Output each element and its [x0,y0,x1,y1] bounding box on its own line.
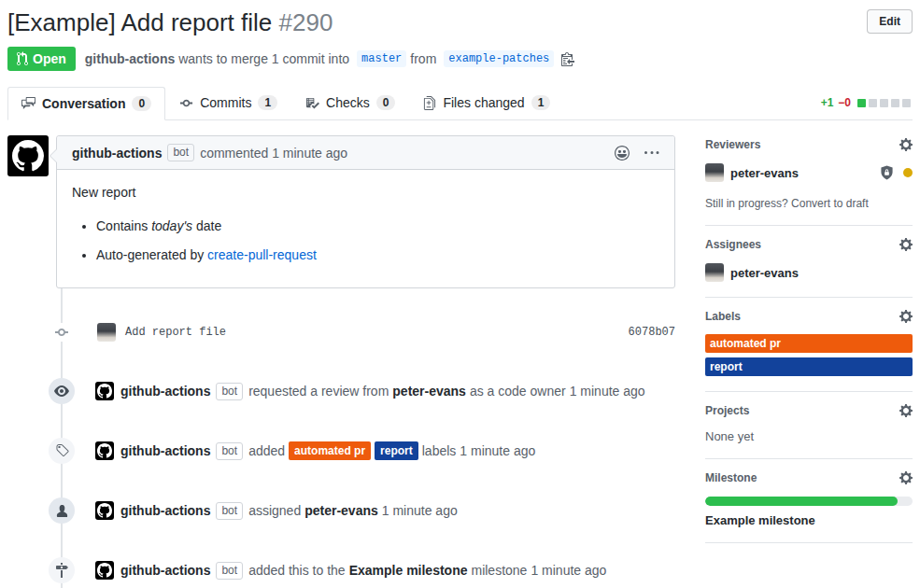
event-strong-text[interactable]: Example milestone [349,563,468,578]
person-icon [49,497,75,524]
tab-checks[interactable]: Checks 0 [291,86,409,119]
pr-description-comment: github-actions bot commented 1 minute ag… [7,135,675,288]
event-actor[interactable]: github-actions [120,563,210,578]
event-time[interactable]: 1 minute ago [382,503,458,518]
avatar-github-actions[interactable] [7,135,49,176]
checklist-icon [305,96,319,110]
tab-commits[interactable]: Commits 1 [165,86,291,119]
comment-author[interactable]: github-actions [72,146,162,161]
event-post-text: labels [422,443,457,458]
reviewers-title: Reviewers [705,138,760,151]
pr-header: [Example] Add report file #290 Edit [7,7,913,37]
bot-badge: bot [216,502,243,520]
projects-header[interactable]: Projects [705,403,913,418]
diffstat: +1 −0 [821,96,913,109]
sidebar-section-labels: Labels automated pr report [705,298,913,392]
merge-text: wants to merge 1 commit into [178,51,349,66]
event-time[interactable]: 1 minute ago [570,384,645,399]
comment-meta[interactable]: commented 1 minute ago [200,146,347,161]
reviewer-row: peter-evans [705,163,913,182]
base-branch-label[interactable]: master [357,50,406,67]
page-title: [Example] Add report file #290 [7,7,333,37]
gear-icon[interactable] [899,309,913,324]
event-actor[interactable]: github-actions [120,384,210,399]
label-automated-pr[interactable]: automated pr [705,334,913,353]
assignee-row: peter-evans [705,263,913,282]
avatar-github-actions[interactable] [95,382,114,400]
sidebar-section-projects: Projects None yet [705,392,913,459]
copy-branch-icon[interactable] [561,51,574,66]
pr-author[interactable]: github-actions [85,51,175,66]
reviewers-header[interactable]: Reviewers [705,137,913,152]
bot-badge: bot [216,562,243,580]
sidebar-section-assignees: Assignees peter-evans [705,226,913,298]
eye-icon [49,378,75,404]
event-actor[interactable]: github-actions [120,503,210,518]
avatar-github-actions[interactable] [95,501,114,520]
event-text: github-actions bot added this to the Exa… [95,561,606,580]
gear-icon[interactable] [899,403,913,418]
convert-to-draft-hint[interactable]: Still in progress? Convert to draft [705,197,913,210]
conversation-timeline: github-actions bot commented 1 minute ag… [7,135,675,583]
pr-content: github-actions bot commented 1 minute ag… [7,135,913,583]
gear-icon[interactable] [899,470,913,485]
kebab-menu-icon[interactable] [644,146,659,161]
comment-discussion-icon [21,96,35,110]
tab-conversation[interactable]: Conversation 0 [7,87,165,120]
tab-files-changed[interactable]: Files changed 1 [409,86,564,119]
edit-button[interactable]: Edit [867,9,913,34]
diff-icon [423,96,436,110]
head-branch-label[interactable]: example-patches [444,50,554,67]
comment-header: github-actions bot commented 1 minute ag… [57,136,674,170]
event-time[interactable]: 1 minute ago [531,563,606,578]
labels-title: Labels [705,310,741,323]
labels-header[interactable]: Labels [705,309,913,324]
bot-badge: bot [216,383,243,400]
pr-tab-bar: Conversation 0 Commits 1 Checks 0 Files … [7,86,913,120]
event-strong-text[interactable]: peter-evans [304,503,378,518]
commit-row: Add report file 6078b07 [7,320,675,344]
avatar-github-actions[interactable] [95,561,114,580]
event-strong-text[interactable]: peter-evans [392,384,466,399]
tab-checks-label: Checks [326,95,370,110]
create-pull-request-link[interactable]: create-pull-request [207,247,317,262]
avatar-peter-evans[interactable] [97,323,116,342]
assignee-name[interactable]: peter-evans [730,266,799,280]
avatar-peter-evans[interactable] [705,263,724,282]
avatar-peter-evans[interactable] [705,163,724,182]
tag-icon [49,438,75,464]
milestone-name[interactable]: Example milestone [705,513,913,527]
commit-sha[interactable]: 6078b07 [629,326,675,339]
tab-conversation-count: 0 [132,96,151,111]
event-pre-text: added [248,443,285,458]
github-mark-icon [12,140,44,172]
pending-review-dot [903,168,913,177]
pr-number: #290 [279,8,333,36]
assignees-header[interactable]: Assignees [705,237,913,252]
comment-title: New report [72,185,659,200]
tab-files-changed-count: 1 [531,95,551,110]
comment-actions [615,146,659,161]
label-automated-pr[interactable]: automated pr [289,441,371,460]
comment-box: github-actions bot commented 1 minute ag… [56,135,675,288]
event-text: github-actions bot requested a review fr… [95,382,645,400]
avatar-github-actions[interactable] [95,441,114,460]
event-actor[interactable]: github-actions [120,443,210,458]
diffstat-additions: +1 [821,96,834,109]
gear-icon[interactable] [899,137,913,152]
reviewer-name[interactable]: peter-evans [730,166,799,180]
comment-list: Contains today's date Auto-generated by … [96,215,659,266]
shield-lock-icon [880,165,894,180]
event-time[interactable]: 1 minute ago [460,443,535,458]
label-report[interactable]: report [375,441,418,460]
event-text: github-actions bot assigned peter-evans … [95,501,458,520]
milestone-header[interactable]: Milestone [705,470,913,485]
git-commit-icon [50,323,73,342]
commit-message[interactable]: Add report file [125,326,226,339]
label-report[interactable]: report [705,357,913,376]
gear-icon[interactable] [899,237,913,252]
emoji-reaction-icon[interactable] [615,146,630,161]
tab-checks-count: 0 [376,95,396,110]
milestone-icon [49,557,75,583]
diffstat-deletions: −0 [838,96,851,109]
